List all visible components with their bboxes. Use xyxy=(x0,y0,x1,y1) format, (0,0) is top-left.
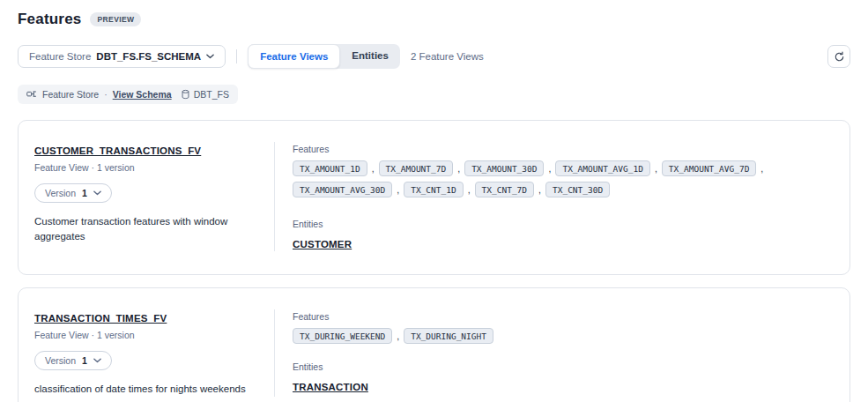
feature-view-subtitle: Feature View · 1 version xyxy=(34,162,260,173)
schema-icon xyxy=(26,89,37,100)
tab-entities[interactable]: Entities xyxy=(340,44,400,69)
feature-chip: TX_AMOUNT_AVG_7D xyxy=(662,160,757,176)
entities-section: Entities TRANSACTION xyxy=(293,361,834,394)
feature-chip: TX_AMOUNT_30D xyxy=(464,160,544,176)
feature-view-description: Customer transaction features with windo… xyxy=(34,214,244,243)
chevron-down-icon xyxy=(93,190,101,196)
entity-link[interactable]: CUSTOMER xyxy=(293,239,352,249)
version-value: 1 xyxy=(82,188,87,198)
tab-feature-views[interactable]: Feature Views xyxy=(248,44,340,69)
feature-store-selector-value: DBT_FS.FS_SCHEMA xyxy=(96,51,201,62)
feature-chip: TX_DURING_WEEKEND xyxy=(293,328,392,344)
chip-separator: , xyxy=(538,184,541,195)
card-details: Features TX_AMOUNT_1D,TX_AMOUNT_7D,TX_AM… xyxy=(275,142,834,251)
refresh-icon xyxy=(834,51,845,63)
feature-view-subtitle: Feature View · 1 version xyxy=(34,330,260,340)
features-section-label: Features xyxy=(293,144,834,154)
entities-section-label: Entities xyxy=(293,219,834,229)
chip-separator: , xyxy=(397,331,399,341)
version-label: Version xyxy=(45,188,76,198)
feature-chip-list: TX_AMOUNT_1D,TX_AMOUNT_7D,TX_AMOUNT_30D,… xyxy=(293,160,821,197)
feature-chip: TX_AMOUNT_1D xyxy=(293,160,367,176)
feature-chip: TX_CNT_1D xyxy=(404,182,463,197)
chevron-down-icon xyxy=(206,54,214,59)
database-name: DBT_FS xyxy=(194,89,229,100)
chip-separator: , xyxy=(548,163,551,174)
chip-separator: , xyxy=(655,163,657,174)
view-schema-link[interactable]: View Schema xyxy=(113,89,172,100)
card-summary: TRANSACTION_TIMES_FV Feature View · 1 ve… xyxy=(34,309,274,397)
breadcrumb-database: DBT_FS xyxy=(181,89,229,100)
entities-section-label: Entities xyxy=(293,361,834,372)
feature-views-count: 2 Feature Views xyxy=(411,51,484,62)
view-tabs: Feature Views Entities xyxy=(248,44,400,69)
feature-chip: TX_AMOUNT_7D xyxy=(379,160,454,176)
feature-chip: TX_AMOUNT_AVG_1D xyxy=(555,160,650,176)
chip-separator: , xyxy=(372,163,375,174)
feature-view-description: classification of date times for nights … xyxy=(34,382,260,397)
feature-view-title-link[interactable]: CUSTOMER_TRANSACTIONS_FV xyxy=(34,145,201,156)
breadcrumb-store-label: Feature Store xyxy=(42,89,99,100)
entity-link[interactable]: TRANSACTION xyxy=(293,382,368,392)
features-section-label: Features xyxy=(293,311,834,322)
feature-chip-list: TX_DURING_WEEKEND,TX_DURING_NIGHT xyxy=(293,328,821,344)
version-dropdown[interactable]: Version 1 xyxy=(34,351,112,370)
version-value: 1 xyxy=(82,355,87,366)
chip-separator: , xyxy=(397,184,399,195)
breadcrumb-separator: · xyxy=(104,89,108,100)
page-header: Features PREVIEW xyxy=(18,11,850,28)
feature-view-title-link[interactable]: TRANSACTION_TIMES_FV xyxy=(34,313,167,324)
feature-chip: TX_DURING_NIGHT xyxy=(404,328,493,344)
toolbar-divider xyxy=(236,49,237,63)
toolbar: Feature Store DBT_FS.FS_SCHEMA Feature V… xyxy=(18,44,850,69)
card-details: Features TX_DURING_WEEKEND,TX_DURING_NIG… xyxy=(275,309,834,397)
feature-view-card: CUSTOMER_TRANSACTIONS_FV Feature View · … xyxy=(18,120,850,275)
chevron-down-icon xyxy=(93,358,101,363)
chip-separator: , xyxy=(457,163,460,174)
version-dropdown[interactable]: Version 1 xyxy=(34,183,112,203)
entities-section: Entities CUSTOMER xyxy=(293,219,834,251)
feature-chip: TX_AMOUNT_AVG_30D xyxy=(293,182,392,197)
feature-store-selector-label: Feature Store xyxy=(29,51,91,62)
breadcrumb: Feature Store · View Schema DBT_FS xyxy=(18,85,238,104)
feature-chip: TX_CNT_30D xyxy=(545,182,610,197)
refresh-button[interactable] xyxy=(827,45,850,68)
preview-badge: PREVIEW xyxy=(90,12,141,26)
version-label: Version xyxy=(45,355,76,366)
database-icon xyxy=(181,89,190,100)
feature-view-card: TRANSACTION_TIMES_FV Feature View · 1 ve… xyxy=(18,287,850,402)
feature-store-selector[interactable]: Feature Store DBT_FS.FS_SCHEMA xyxy=(18,45,226,68)
card-summary: CUSTOMER_TRANSACTIONS_FV Feature View · … xyxy=(34,142,274,251)
chip-separator: , xyxy=(760,163,763,174)
features-page: Features PREVIEW Feature Store DBT_FS.FS… xyxy=(0,0,868,402)
feature-chip: TX_CNT_7D xyxy=(475,182,534,197)
chip-separator: , xyxy=(468,184,471,195)
page-title: Features xyxy=(18,11,81,28)
